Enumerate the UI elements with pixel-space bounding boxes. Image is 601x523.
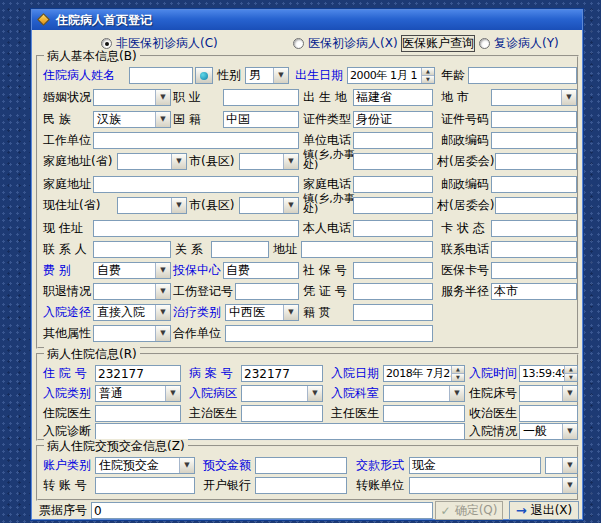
chevron-down-icon[interactable]: ▼: [165, 386, 180, 401]
cur-address-input[interactable]: [93, 220, 299, 237]
postal-code-home-input[interactable]: [491, 176, 577, 193]
fee-type-combo[interactable]: 自费 ▼: [93, 262, 171, 279]
home-phone-input[interactable]: [353, 176, 433, 193]
id-number-input[interactable]: [491, 111, 577, 128]
relation-input[interactable]: [211, 241, 269, 258]
work-phone-input[interactable]: [353, 132, 433, 149]
exit-button[interactable]: → 退出(X): [509, 501, 579, 520]
chevron-down-icon[interactable]: ▼: [171, 154, 186, 169]
spin-up-icon[interactable]: ▲: [564, 366, 577, 373]
chevron-down-icon[interactable]: ▼: [449, 386, 464, 401]
spin-down-icon[interactable]: ▼: [564, 373, 577, 381]
transfer-unit-combo[interactable]: ▼: [409, 477, 578, 494]
insurance-center-input[interactable]: [223, 262, 299, 279]
cur-city-combo[interactable]: ▼: [239, 197, 299, 214]
cur-province-combo[interactable]: ▼: [117, 197, 187, 214]
chevron-down-icon[interactable]: ▼: [179, 458, 194, 473]
account-type-combo[interactable]: 住院预交金 ▼: [95, 457, 195, 474]
spin-down-icon[interactable]: ▼: [421, 75, 434, 83]
chevron-down-icon[interactable]: ▼: [562, 386, 577, 401]
chevron-down-icon[interactable]: ▼: [155, 305, 170, 320]
home-village-input[interactable]: [495, 153, 577, 170]
home-province-combo[interactable]: ▼: [117, 153, 187, 170]
voucher-no-input[interactable]: [353, 283, 433, 300]
inpatient-no-input[interactable]: [95, 365, 181, 382]
spin-down-icon[interactable]: ▼: [451, 373, 464, 381]
admitting-doctor-input[interactable]: [519, 405, 578, 422]
department-combo[interactable]: ▼: [383, 385, 465, 402]
marital-combo[interactable]: ▼: [93, 89, 171, 106]
chevron-down-icon[interactable]: ▼: [283, 154, 298, 169]
employment-status-combo[interactable]: ▼: [93, 283, 171, 300]
home-town-input[interactable]: [353, 153, 433, 170]
chief-doctor-input[interactable]: [383, 405, 465, 422]
admission-type-combo[interactable]: 普通 ▼: [95, 385, 181, 402]
gender-combo[interactable]: 男 ▼: [245, 67, 289, 84]
ok-button[interactable]: ✓ 确定(Q): [435, 501, 503, 520]
contact-input[interactable]: [93, 241, 171, 258]
chevron-down-icon[interactable]: ▼: [273, 68, 288, 83]
spin-up-icon[interactable]: ▲: [421, 68, 434, 75]
city-combo[interactable]: ▼: [491, 89, 577, 106]
attending-doctor-input[interactable]: [241, 405, 323, 422]
chevron-down-icon[interactable]: ▼: [155, 263, 170, 278]
insurance-account-query-button[interactable]: 医保账户查询: [401, 35, 475, 52]
radio-revisit-patient[interactable]: 复诊病人(Y): [479, 36, 559, 51]
patient-name-input[interactable]: [129, 67, 193, 84]
chevron-down-icon[interactable]: ▼: [561, 90, 576, 105]
admission-date-spinner[interactable]: 2018年 7月23 ▲ ▼: [383, 365, 465, 382]
admission-route-combo[interactable]: 直接入院 ▼: [93, 304, 171, 321]
cur-village-input[interactable]: [495, 197, 577, 214]
bed-no-combo[interactable]: ▼: [519, 385, 578, 402]
chevron-down-icon[interactable]: ▼: [283, 305, 298, 320]
age-input[interactable]: [468, 67, 577, 84]
spin-up-icon[interactable]: ▲: [451, 366, 464, 373]
transfer-no-input[interactable]: [95, 477, 195, 494]
birth-date-spinner[interactable]: 2000年 1月 1 ▲ ▼: [347, 67, 435, 84]
treatment-type-combo[interactable]: 中西医 ▼: [225, 304, 299, 321]
chevron-down-icon[interactable]: ▼: [155, 112, 170, 127]
chevron-down-icon[interactable]: ▼: [283, 198, 298, 213]
home-address-input[interactable]: [93, 176, 299, 193]
insurance-card-no-input[interactable]: [491, 262, 577, 279]
postal-code-work-input[interactable]: [491, 132, 577, 149]
nationality-input[interactable]: [223, 111, 299, 128]
title-bar[interactable]: 住院病人首页登记: [32, 10, 582, 30]
condition-combo[interactable]: 一般 ▼: [519, 423, 578, 440]
partner-unit-input[interactable]: [225, 325, 433, 342]
other-attr-combo[interactable]: ▼: [93, 325, 171, 342]
payment-form-combo[interactable]: ▼: [545, 457, 578, 474]
receipt-no-input[interactable]: [91, 502, 433, 519]
contact-phone-input[interactable]: [491, 241, 577, 258]
birth-place-input[interactable]: [353, 89, 433, 106]
home-city-combo[interactable]: ▼: [239, 153, 299, 170]
bank-input[interactable]: [255, 477, 347, 494]
chevron-down-icon[interactable]: ▼: [307, 386, 322, 401]
card-status-input[interactable]: [491, 220, 577, 237]
contact-address-input[interactable]: [301, 241, 433, 258]
payment-form-input[interactable]: [409, 457, 541, 474]
radio-insurance-first-visit[interactable]: 医保初诊病人(X): [293, 36, 398, 51]
injury-reg-no-input[interactable]: [235, 283, 299, 300]
id-type-input[interactable]: [353, 111, 433, 128]
admission-time-spinner[interactable]: 13:59:49 ▲ ▼: [519, 365, 578, 382]
chevron-down-icon[interactable]: ▼: [171, 198, 186, 213]
chevron-down-icon[interactable]: ▼: [155, 284, 170, 299]
service-radius-input[interactable]: [491, 283, 577, 300]
native-place-input[interactable]: [353, 304, 433, 321]
occupation-input[interactable]: [223, 89, 299, 106]
resident-doctor-input[interactable]: [95, 405, 181, 422]
social-security-no-input[interactable]: [353, 262, 433, 279]
chevron-down-icon[interactable]: ▼: [562, 478, 577, 493]
personal-phone-input[interactable]: [353, 220, 433, 237]
record-no-input[interactable]: [241, 365, 323, 382]
chevron-down-icon[interactable]: ▼: [562, 458, 577, 473]
name-lookup-button[interactable]: [195, 67, 213, 84]
chevron-down-icon[interactable]: ▼: [155, 90, 170, 105]
work-unit-input[interactable]: [93, 132, 299, 149]
prepay-amount-input[interactable]: [255, 457, 347, 474]
ward-combo[interactable]: ▼: [241, 385, 323, 402]
chevron-down-icon[interactable]: ▼: [562, 424, 577, 439]
diagnosis-input[interactable]: [95, 423, 465, 440]
cur-town-input[interactable]: [353, 197, 433, 214]
